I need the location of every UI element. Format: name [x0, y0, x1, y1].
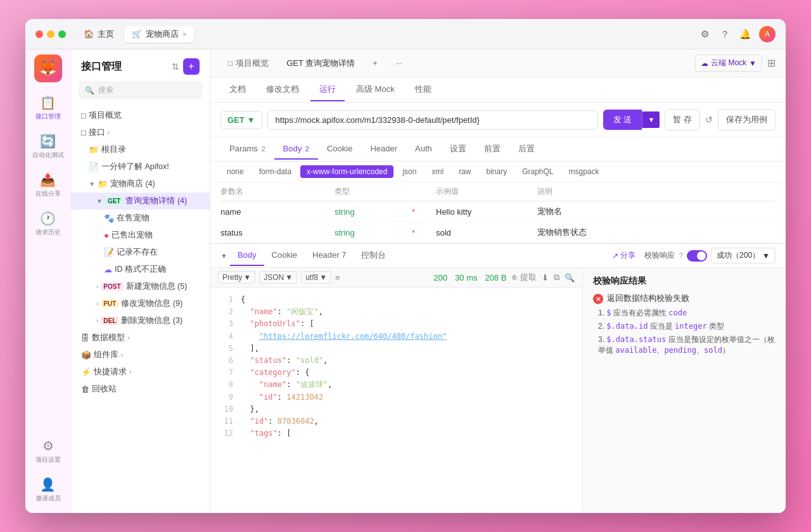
share-button[interactable]: ↗ 分享 — [612, 250, 635, 261]
del-badge: DEL — [101, 317, 118, 325]
pretty-select[interactable]: Pretty ▼ — [218, 271, 255, 284]
settings-icon[interactable]: ⚙ — [698, 28, 711, 41]
tab-doc[interactable]: 文档 — [220, 79, 255, 101]
avatar[interactable]: A — [759, 26, 776, 42]
json-select[interactable]: JSON ▼ — [259, 271, 297, 284]
search-icon[interactable]: 🔍 — [565, 273, 575, 282]
url-input[interactable] — [267, 110, 598, 130]
param-tab-body[interactable]: Body 2 — [274, 139, 318, 160]
tab-run[interactable]: 运行 — [310, 79, 345, 101]
add-button[interactable]: + — [183, 58, 200, 75]
tab-get-pet-detail[interactable]: GET 查询宠物详情 — [279, 54, 362, 73]
tree-item-pet-not-found[interactable]: 📝 记录不存在 — [71, 244, 210, 261]
sidebar-item-api-manage[interactable]: 📋 接口管理 — [29, 90, 67, 126]
tab-more[interactable]: ··· — [388, 54, 410, 72]
param-tab-params[interactable]: Params 2 — [220, 139, 274, 160]
tree-item-pet-invalid-id[interactable]: ☁ ID 格式不正确 — [71, 261, 210, 278]
param-tab-cookie[interactable]: Cookie — [318, 139, 361, 160]
param-tab-settings[interactable]: 设置 — [441, 138, 475, 161]
body-type-binary[interactable]: binary — [480, 165, 513, 178]
tab-project-overview[interactable]: □ 项目概览 — [220, 54, 276, 73]
encoding-select[interactable]: utf8 ▼ — [301, 271, 331, 284]
tree-item-pet-in-sale[interactable]: 🐾 在售宠物 — [71, 210, 210, 227]
download-icon[interactable]: ⬇ — [542, 273, 549, 282]
send-button[interactable]: 发 送 ▼ — [603, 110, 660, 130]
cloud-mock-button[interactable]: ☁ 云端 Mock ▼ — [695, 54, 762, 72]
tab-advanced-mock[interactable]: 高级 Mock — [347, 79, 404, 101]
tree-item-quick-req[interactable]: ⚡ 快捷请求 › — [71, 364, 210, 381]
body-type-raw[interactable]: raw — [452, 165, 477, 178]
body-type-xml[interactable]: xml — [425, 165, 450, 178]
tree-item-components[interactable]: 📦 组件库 › — [71, 346, 210, 364]
root-label: 根目录 — [101, 144, 126, 155]
code-line-1: 1 { — [220, 294, 572, 306]
bell-icon[interactable]: 🔔 — [739, 28, 751, 41]
tree-item-apifox-intro[interactable]: 📄 一分钟了解 Apifox! — [71, 158, 210, 175]
copy-icon[interactable]: ⧉ — [554, 272, 559, 282]
resp-tab-console[interactable]: 控制台 — [354, 244, 393, 267]
collapse-icon[interactable]: ▼ — [220, 252, 227, 260]
status-select[interactable]: 成功（200） ▼ — [711, 248, 776, 263]
param-tab-header[interactable]: Header — [361, 139, 406, 160]
search-icon: 🔍 — [85, 86, 94, 95]
tree-item-interface[interactable]: □ 接口 › — [71, 124, 210, 141]
post-pet-label: 新建宠物信息 (5) — [126, 281, 188, 292]
sidebar-item-invite[interactable]: 👤 邀请成员 — [29, 472, 67, 508]
tree-item-put-pet[interactable]: › PUT 修改宠物信息 (9) — [71, 295, 210, 312]
tree-item-post-pet[interactable]: › POST 新建宠物信息 (5) — [71, 278, 210, 295]
body-type-msgpack[interactable]: msgpack — [563, 165, 606, 178]
save-temp-button[interactable]: 暂 存 — [665, 109, 700, 130]
validate-help-icon[interactable]: ? — [679, 251, 683, 260]
close-tab-icon[interactable]: × — [182, 30, 186, 38]
save-example-button[interactable]: 保存为用例 — [718, 109, 776, 130]
resp-tab-body[interactable]: Body — [230, 245, 264, 266]
tree-item-pet-sold[interactable]: ● 已售出宠物 — [71, 227, 210, 244]
send-main-button[interactable]: 发 送 — [603, 110, 642, 130]
body-type-urlencoded[interactable]: x-www-form-urlencoded — [300, 165, 393, 178]
send-dropdown-button[interactable]: ▼ — [642, 111, 660, 128]
body-type-form-data[interactable]: form-data — [253, 165, 298, 178]
format-icon[interactable]: ≡ — [335, 273, 340, 282]
tab-add[interactable]: + — [365, 54, 385, 72]
minimize-button[interactable] — [47, 30, 54, 38]
sidebar-item-project-settings[interactable]: ⚙ 项目设置 — [29, 433, 67, 469]
resp-tab-header[interactable]: Header 7 — [305, 245, 354, 266]
topbar-right: ☁ 云端 Mock ▼ ⊞ — [695, 54, 776, 72]
invite-label: 邀请成员 — [35, 494, 61, 503]
tree-item-overview[interactable]: □ 项目概览 — [71, 107, 210, 124]
help-icon[interactable]: ? — [718, 28, 731, 41]
titlebar-tab-home[interactable]: 🏠 主页 — [76, 26, 122, 42]
maximize-button[interactable] — [58, 30, 66, 38]
tree-item-data-model[interactable]: 🗄 数据模型 › — [71, 329, 210, 346]
code-line-9: 9 "id": 14213042 — [220, 391, 572, 403]
response-stats: 200 30 ms 208 B — [433, 273, 506, 282]
tab-performance[interactable]: 性能 — [406, 79, 440, 101]
method-select[interactable]: GET ▼ — [220, 111, 262, 129]
layout-icon[interactable]: ⊞ — [767, 57, 776, 69]
tree-item-del-pet[interactable]: › DEL 删除宠物信息 (3) — [71, 312, 210, 329]
pet-invalid-id-icon: ☁ — [104, 265, 112, 274]
param-tab-auth[interactable]: Auth — [406, 139, 441, 160]
tree-item-pet-store[interactable]: ▼ 📁 宠物商店 (4) — [71, 175, 210, 193]
sidebar-item-history[interactable]: 🕐 请求历史 — [29, 206, 67, 242]
filter-icon[interactable]: ⇅ — [172, 61, 179, 72]
param-tab-pre[interactable]: 前置 — [475, 138, 509, 161]
tree-item-trash[interactable]: 🗑 回收站 — [71, 381, 210, 398]
param-tab-post[interactable]: 后置 — [509, 138, 544, 161]
home-icon: 🏠 — [84, 29, 94, 39]
body-type-json[interactable]: json — [396, 165, 423, 178]
tree-item-get-pet[interactable]: ▼ GET 查询宠物详情 (4) — [71, 193, 210, 210]
body-type-none[interactable]: none — [220, 165, 250, 178]
close-button[interactable] — [35, 30, 43, 38]
resp-tab-cookie[interactable]: Cookie — [264, 245, 305, 266]
refresh-icon[interactable]: ↺ — [705, 115, 713, 125]
validate-toggle[interactable] — [687, 250, 707, 262]
titlebar-tab-petstore[interactable]: 🛒 宠物商店 × — [124, 26, 194, 42]
sidebar-item-auto-test[interactable]: 🔄 自动化测试 — [29, 129, 67, 165]
body-type-graphql[interactable]: GraphQL — [516, 165, 559, 178]
tree-item-root[interactable]: 📁 根目录 — [71, 141, 210, 158]
tab-edit-doc[interactable]: 修改文档 — [257, 79, 308, 101]
extract-icon[interactable]: ⊕ 提取 — [511, 272, 537, 283]
search-bar[interactable]: 🔍 搜索 — [79, 81, 202, 99]
sidebar-item-share[interactable]: 📤 在线分享 — [29, 167, 67, 203]
